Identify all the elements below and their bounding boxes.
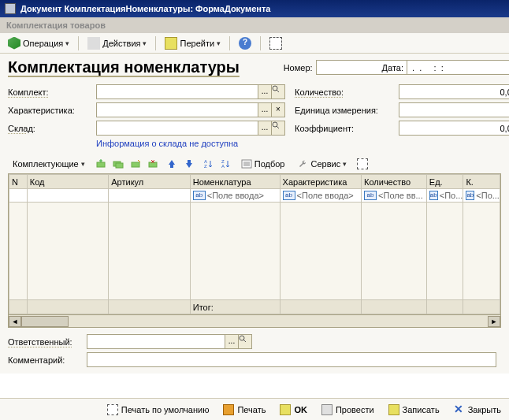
sort-asc-button[interactable]: AZ bbox=[200, 156, 216, 172]
date-input[interactable] bbox=[407, 60, 509, 75]
sklad-info-link[interactable]: Информация о склада не доступна bbox=[96, 139, 501, 148]
scroll-right-button[interactable]: ► bbox=[488, 316, 500, 327]
lookup-button[interactable] bbox=[272, 84, 285, 99]
cell[interactable] bbox=[280, 203, 361, 300]
chevron-down-icon: ▾ bbox=[65, 39, 69, 47]
actions-label: Действия bbox=[102, 39, 140, 48]
scroll-thumb[interactable] bbox=[21, 316, 69, 327]
svg-line-25 bbox=[243, 340, 246, 342]
col-ed[interactable]: Ед. bbox=[426, 175, 463, 189]
zakryt-button[interactable]: ✕ Закрыть bbox=[451, 403, 504, 417]
app-icon bbox=[5, 3, 16, 14]
sort-asc-icon: AZ bbox=[202, 158, 214, 169]
cell[interactable] bbox=[109, 203, 190, 300]
col-kolichestvo[interactable]: Количество bbox=[362, 175, 427, 189]
delete-row-icon bbox=[147, 158, 158, 169]
provesti-button[interactable]: Провести bbox=[318, 403, 377, 417]
kolichestvo-input[interactable] bbox=[399, 84, 509, 99]
podbor-button[interactable]: Подбор bbox=[236, 156, 290, 172]
ellipsis-button[interactable]: ... bbox=[258, 121, 272, 136]
main-toolbar: Операция ▾ Действия ▾ Перейти ▾ ? bbox=[0, 33, 509, 54]
dotted-button[interactable] bbox=[265, 35, 287, 52]
komplekt-label: Комплект: bbox=[8, 87, 87, 97]
dotted-box-icon bbox=[107, 404, 118, 415]
header-row: Комплектация номенклатуры Номер: Дата: bbox=[8, 58, 501, 76]
print-icon bbox=[223, 404, 234, 415]
komplekt-input[interactable] bbox=[96, 84, 258, 99]
komplektuyushchie-label: Комплектующие bbox=[13, 159, 79, 169]
edit-row-icon bbox=[130, 158, 141, 169]
print-default-button[interactable]: Печать по умолчанию bbox=[104, 403, 213, 417]
col-artikul[interactable]: Артикул bbox=[109, 175, 190, 189]
move-up-button[interactable] bbox=[164, 156, 180, 172]
ok-button[interactable]: OK bbox=[277, 403, 310, 417]
sklad-input[interactable] bbox=[96, 121, 258, 136]
cell-harakteristika[interactable]: ab<Поле ввода> bbox=[280, 189, 361, 203]
actions-button[interactable]: Действия ▾ bbox=[83, 35, 151, 52]
svg-text:A: A bbox=[221, 164, 225, 169]
komplektuyushchie-button[interactable]: Комплектующие ▾ bbox=[8, 157, 90, 171]
svg-rect-6 bbox=[97, 162, 105, 167]
cell[interactable] bbox=[463, 203, 500, 300]
dotted-button[interactable] bbox=[355, 156, 370, 172]
cell-ed[interactable]: ab<По... bbox=[426, 189, 463, 203]
date-label: Дата: bbox=[382, 63, 403, 72]
cell[interactable] bbox=[426, 203, 463, 300]
magnifier-icon bbox=[272, 121, 280, 129]
cell bbox=[280, 300, 361, 314]
cell-n[interactable] bbox=[9, 189, 28, 203]
col-k[interactable]: К. bbox=[463, 175, 500, 189]
cell[interactable] bbox=[362, 203, 427, 300]
servis-button[interactable]: Сервис ▾ bbox=[293, 156, 352, 172]
col-harakteristika[interactable]: Характеристика bbox=[280, 175, 361, 189]
col-kod[interactable]: Код bbox=[27, 175, 108, 189]
kolichestvo-label: Количество: bbox=[295, 87, 389, 97]
edinica-label: Единица измерения: bbox=[295, 106, 389, 115]
kommentariy-label: Комментарий: bbox=[8, 355, 84, 365]
ok-icon bbox=[280, 404, 291, 415]
goto-button[interactable]: Перейти ▾ bbox=[160, 35, 225, 52]
podbor-label: Подбор bbox=[254, 159, 285, 169]
cell[interactable] bbox=[190, 203, 280, 300]
cell-kolichestvo[interactable]: ab<Поле вв... bbox=[362, 189, 427, 203]
number-label: Номер: bbox=[284, 63, 313, 72]
help-button[interactable]: ? bbox=[234, 35, 256, 52]
horizontal-scrollbar[interactable]: ◄ ► bbox=[8, 315, 501, 328]
ellipsis-button[interactable]: ... bbox=[258, 84, 272, 99]
zapisat-button[interactable]: Записать bbox=[385, 403, 443, 417]
svg-text:Z: Z bbox=[204, 164, 207, 169]
col-n[interactable]: N bbox=[9, 175, 28, 189]
ellipsis-button[interactable]: ... bbox=[225, 334, 239, 349]
clear-button[interactable]: × bbox=[272, 102, 285, 117]
otvetstvenny-input[interactable] bbox=[87, 334, 225, 349]
print-button[interactable]: Печать bbox=[220, 403, 269, 417]
lookup-button[interactable] bbox=[239, 334, 252, 349]
ellipsis-button[interactable]: ... bbox=[258, 102, 272, 117]
move-down-button[interactable] bbox=[181, 156, 197, 172]
add-row-button[interactable] bbox=[93, 156, 109, 172]
harakteristika-input[interactable] bbox=[96, 102, 258, 117]
sort-desc-icon: ZA bbox=[220, 158, 231, 169]
scroll-left-button[interactable]: ◄ bbox=[9, 316, 21, 327]
print-default-label: Печать по умолчанию bbox=[121, 405, 210, 414]
col-nomenklatura[interactable]: Номенклатура bbox=[190, 175, 280, 189]
cell-artikul[interactable] bbox=[109, 189, 190, 203]
kommentariy-input[interactable] bbox=[87, 352, 496, 367]
delete-row-button[interactable] bbox=[145, 156, 161, 172]
save-icon bbox=[388, 404, 399, 415]
edinica-input[interactable] bbox=[399, 102, 509, 117]
lookup-button[interactable] bbox=[272, 121, 285, 136]
arrow-up-icon bbox=[166, 158, 177, 169]
otvetstvenny-label: Ответственный: bbox=[8, 337, 84, 347]
cell-kod[interactable] bbox=[27, 189, 108, 203]
copy-row-button[interactable] bbox=[110, 156, 126, 172]
cell-nomenklatura[interactable]: ab<Поле ввода> bbox=[190, 189, 280, 203]
cell[interactable] bbox=[9, 203, 28, 300]
sort-desc-button[interactable]: ZA bbox=[217, 156, 233, 172]
cell-k[interactable]: ab<По... bbox=[463, 189, 500, 203]
edit-row-button[interactable] bbox=[128, 156, 143, 172]
cell[interactable] bbox=[27, 203, 108, 300]
cell bbox=[109, 300, 190, 314]
koefficient-input[interactable] bbox=[399, 121, 509, 136]
operation-button[interactable]: Операция ▾ bbox=[3, 35, 74, 52]
